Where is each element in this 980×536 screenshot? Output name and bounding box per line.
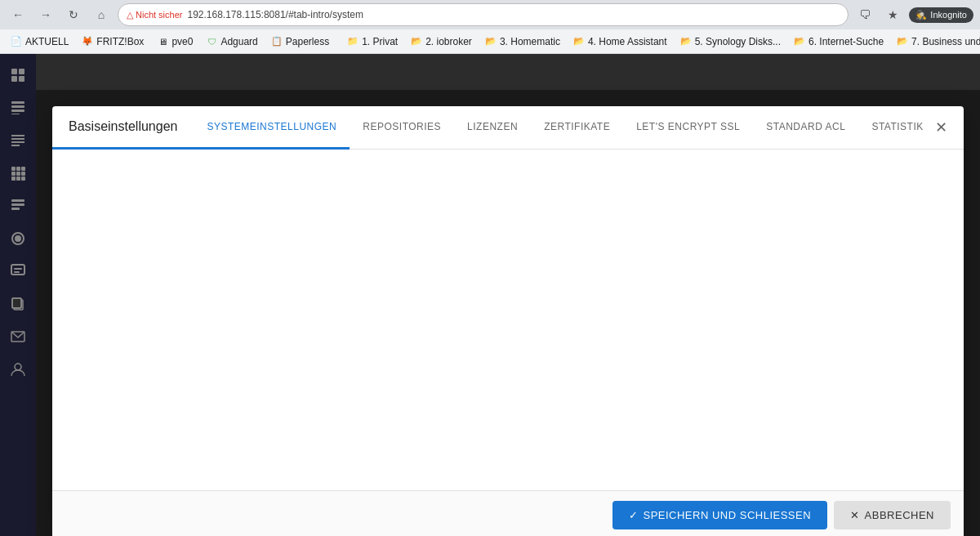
sidebar-item-grid[interactable] [3, 159, 33, 188]
bookmark-icon-homeassistant: 📂 [573, 36, 585, 47]
svg-rect-8 [11, 135, 24, 136]
save-label: SPEICHERN UND SCHLIESSEN [643, 509, 811, 521]
svg-rect-3 [19, 76, 24, 82]
tab-zertifikate[interactable]: ZERTIFIKATE [531, 106, 623, 150]
save-button[interactable]: ✓ SPEICHERN UND SCHLIESSEN [612, 501, 827, 529]
modal-content [52, 150, 964, 490]
sidebar-item-list[interactable] [3, 126, 33, 155]
left-sidebar [0, 54, 36, 536]
bookmark-fritzbox[interactable]: 🦊 FRITZ!Box [76, 34, 149, 50]
tab-statistik[interactable]: STATISTIK [858, 106, 936, 150]
home-button[interactable]: ⌂ [90, 3, 113, 26]
tab-letsencrypt[interactable]: LET'S ENCRYPT SSL [623, 106, 753, 150]
address-text: 192.168.178.115:8081/#tab-intro/system [187, 9, 363, 20]
save-icon: ✓ [629, 509, 639, 521]
bookmark-iobroker[interactable]: 📂 2. iobroker [405, 34, 478, 50]
svg-rect-4 [11, 101, 24, 104]
sidebar-item-copy[interactable] [3, 289, 33, 319]
warning-icon: △ [127, 10, 133, 20]
bookmark-privat[interactable]: 📁 1. Privat [341, 34, 403, 50]
svg-rect-6 [11, 109, 24, 112]
bookmark-icon-fritzbox: 🦊 [82, 36, 93, 47]
bookmark-icon-synology: 📂 [680, 36, 692, 47]
svg-point-25 [16, 236, 20, 241]
svg-rect-11 [11, 145, 20, 146]
svg-rect-30 [12, 298, 21, 308]
sidebar-item-circle[interactable] [3, 224, 33, 253]
bookmark-paperless[interactable]: 📋 Paperless [265, 34, 335, 50]
cancel-button[interactable]: ✕ ABBRECHEN [834, 501, 951, 529]
sidebar-item-user[interactable] [3, 355, 33, 384]
bookmark-aktuell[interactable]: 📄 AKTUELL [5, 34, 74, 50]
incognito-badge[interactable]: 🕵 Inkognito [909, 7, 973, 23]
bookmark-icon-aktuell: 📄 [11, 36, 22, 47]
cancel-icon: ✕ [850, 509, 860, 521]
bookmark-icon-homematic: 📂 [485, 36, 497, 47]
security-warning: △ Nicht sicher [127, 10, 182, 20]
bookmark-icon-paperless: 📋 [271, 36, 283, 47]
svg-rect-13 [16, 167, 20, 171]
modal-header: Basiseinstellungen SYSTEMEINSTELLUNGEN R… [52, 106, 964, 150]
bookmark-icon-adguard: 🛡 [206, 36, 217, 47]
svg-rect-10 [11, 141, 24, 143]
modal-tabs: SYSTEMEINSTELLUNGEN REPOSITORIES LIZENZE… [194, 106, 964, 149]
bookmark-star-icon[interactable]: ★ [881, 3, 904, 26]
sidebar-item-apps[interactable] [3, 60, 33, 90]
svg-rect-7 [11, 114, 20, 114]
bookmark-internet[interactable]: 📂 6. Internet-Suche [788, 34, 889, 50]
svg-rect-22 [11, 203, 24, 206]
svg-rect-14 [21, 167, 25, 171]
cancel-label: ABBRECHEN [865, 509, 934, 521]
svg-rect-5 [11, 105, 24, 108]
settings-modal: Basiseinstellungen SYSTEMEINSTELLUNGEN R… [52, 106, 964, 536]
incognito-icon: 🕵 [915, 10, 927, 20]
bookmark-homematic[interactable]: 📂 3. Homematic [479, 34, 566, 50]
sidebar-item-instances[interactable] [3, 257, 33, 286]
svg-rect-27 [14, 268, 22, 270]
browser-chrome: ← → ↻ ⌂ △ Nicht sicher 192.168.178.115:8… [0, 0, 980, 55]
svg-rect-15 [11, 172, 16, 176]
browser-toolbar: ← → ↻ ⌂ △ Nicht sicher 192.168.178.115:8… [0, 0, 980, 29]
svg-rect-0 [11, 69, 17, 74]
svg-rect-12 [11, 167, 16, 171]
bookmark-icon-pve: 🖥 [157, 36, 168, 47]
svg-rect-17 [21, 172, 25, 176]
bookmark-pve[interactable]: 🖥 pve0 [151, 34, 198, 50]
forward-button[interactable]: → [34, 3, 57, 26]
modal-overlay: Basiseinstellungen SYSTEMEINSTELLUNGEN R… [36, 90, 980, 536]
address-bar[interactable]: △ Nicht sicher 192.168.178.115:8081/#tab… [118, 3, 849, 26]
translate-icon[interactable]: 🗨 [853, 3, 876, 26]
svg-rect-28 [14, 271, 20, 273]
svg-rect-23 [11, 208, 20, 210]
modal-close-button[interactable]: ✕ [928, 114, 954, 141]
bookmark-adguard[interactable]: 🛡 Adguard [200, 34, 263, 50]
bookmark-icon-privat: 📁 [347, 36, 359, 47]
sidebar-item-dashboard[interactable] [3, 93, 33, 123]
bookmark-homeassistant[interactable]: 📂 4. Home Assistant [568, 34, 673, 50]
app-background: Basiseinstellungen SYSTEMEINSTELLUNGEN R… [0, 54, 980, 536]
tab-acl[interactable]: STANDARD ACL [753, 106, 858, 150]
sidebar-item-mail[interactable] [3, 322, 33, 351]
back-button[interactable]: ← [7, 3, 29, 26]
bookmark-synology[interactable]: 📂 5. Synology Disks... [675, 34, 786, 50]
svg-rect-19 [16, 176, 20, 181]
svg-rect-21 [11, 199, 24, 202]
reload-button[interactable]: ↻ [62, 3, 85, 26]
bookmark-icon-iobroker: 📂 [411, 36, 422, 47]
modal-title: Basiseinstellungen [52, 106, 194, 150]
svg-point-33 [15, 364, 21, 370]
svg-rect-9 [11, 138, 24, 140]
sidebar-item-logs[interactable] [3, 191, 33, 221]
bookmarks-bar: 📄 AKTUELL 🦊 FRITZ!Box 🖥 pve0 🛡 Adguard 📋… [0, 29, 980, 54]
svg-rect-20 [21, 176, 25, 181]
svg-rect-1 [19, 69, 24, 74]
bookmark-icon-business: 📂 [897, 36, 908, 47]
tab-lizenzen[interactable]: LIZENZEN [454, 106, 531, 150]
bookmark-icon-internet: 📂 [794, 36, 805, 47]
tab-repositories[interactable]: REPOSITORIES [350, 106, 454, 150]
tab-systemeinstellungen[interactable]: SYSTEMEINSTELLUNGEN [194, 106, 350, 150]
bookmark-business[interactable]: 📂 7. Business und... [891, 34, 980, 50]
svg-rect-16 [16, 172, 20, 176]
svg-rect-18 [11, 176, 16, 181]
modal-footer: ✓ SPEICHERN UND SCHLIESSEN ✕ ABBRECHEN [52, 490, 964, 536]
